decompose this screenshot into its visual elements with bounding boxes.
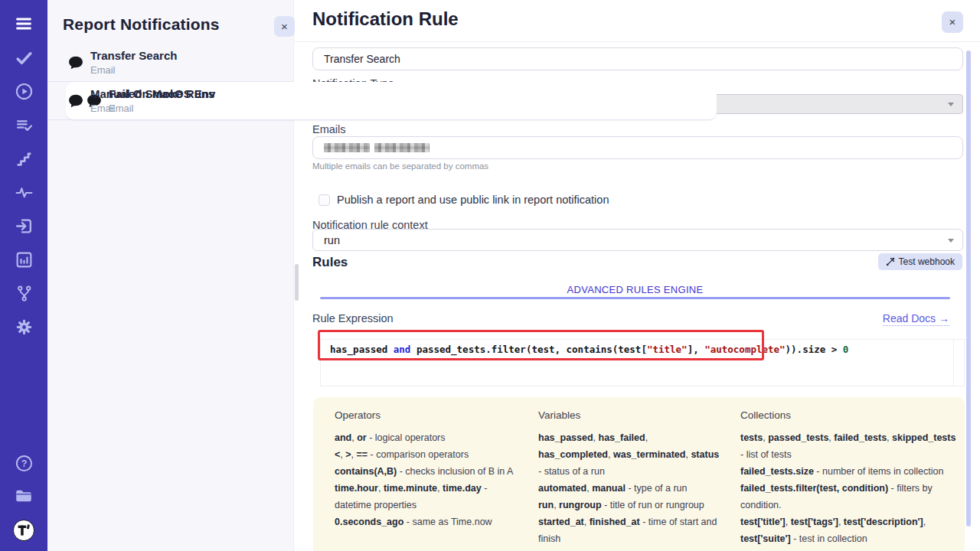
emails-hint: Multiple emails can be separated by comm… bbox=[312, 161, 488, 171]
app-root: ? Report Notifications × Transfer Search… bbox=[0, 0, 980, 551]
speech-bubble-icon bbox=[67, 93, 84, 109]
sidebar: ? bbox=[0, 0, 47, 551]
dialog-title: Notification Rule bbox=[312, 8, 459, 30]
branch-icon[interactable] bbox=[14, 283, 34, 303]
context-value: run bbox=[313, 234, 340, 246]
help-column-title: Operators bbox=[335, 409, 520, 421]
tab-advanced-rules-engine[interactable]: ADVANCED RULES ENGINE bbox=[567, 284, 704, 295]
code-token-str: "autocomplete" bbox=[704, 344, 785, 355]
help-line: time.hour, time.minute, time.day - datet… bbox=[335, 480, 520, 514]
help-column-title: Variables bbox=[538, 409, 722, 421]
speech-bubble-icon bbox=[67, 54, 84, 71]
steps-icon[interactable] bbox=[14, 148, 34, 168]
list-item[interactable]: Transfer Search Email bbox=[47, 44, 293, 82]
svg-text:?: ? bbox=[21, 458, 27, 468]
notification-type: Email bbox=[90, 64, 116, 76]
report-notifications-panel: Report Notifications × Transfer Search E… bbox=[47, 0, 293, 551]
tab-active-underline bbox=[320, 297, 950, 299]
help-line: tests, passed_tests, failed_tests, skipp… bbox=[740, 429, 961, 463]
help-icon[interactable]: ? bbox=[14, 453, 34, 473]
emails-redacted-value bbox=[374, 143, 430, 152]
rule-name-input[interactable]: Transfer Search bbox=[312, 47, 963, 70]
help-line: has_passed, has_failed, has_completed, w… bbox=[538, 429, 722, 480]
rule-expression-editor[interactable]: has_passed and passed_tests.filter(test,… bbox=[320, 339, 965, 386]
help-line: contains(A,B) - checks inclusion of B in… bbox=[335, 463, 520, 480]
code-token-plain: has_passed bbox=[330, 344, 394, 355]
help-column-operators: Operatorsand, or - logical operators<, >… bbox=[335, 409, 520, 551]
rules-heading: Rules bbox=[312, 255, 348, 270]
notification-title: Transfer Search bbox=[90, 49, 177, 62]
pulse-icon[interactable] bbox=[14, 182, 34, 202]
check-icon[interactable] bbox=[14, 47, 34, 67]
test-webhook-button[interactable]: Test webhook bbox=[878, 253, 962, 270]
sign-in-icon[interactable] bbox=[14, 216, 34, 236]
bar-chart-icon[interactable] bbox=[14, 249, 34, 269]
help-line: failed_tests.filter(test, condition) - f… bbox=[740, 480, 961, 514]
webhook-icon bbox=[886, 257, 895, 266]
help-line: and, or - logical operators bbox=[335, 429, 520, 446]
gear-icon[interactable] bbox=[14, 317, 34, 337]
help-column-collections: Collectionstests, passed_tests, failed_t… bbox=[740, 409, 961, 551]
test-webhook-label: Test webhook bbox=[899, 256, 955, 267]
read-docs-link[interactable]: Read Docs → bbox=[883, 312, 949, 326]
help-line: test['title'], test['tags'], test['descr… bbox=[740, 514, 961, 547]
publish-report-label: Publish a report and use public link in … bbox=[337, 194, 609, 206]
help-column-variables: Variableshas_passed, has_failed, has_com… bbox=[538, 409, 722, 551]
code-token-str: "title" bbox=[647, 344, 688, 355]
testomat-logo-icon[interactable] bbox=[12, 519, 35, 542]
help-column-title: Collections bbox=[740, 409, 961, 421]
emails-redacted-value bbox=[324, 143, 370, 152]
folder-icon[interactable] bbox=[14, 486, 34, 506]
play-circle-icon[interactable] bbox=[14, 81, 34, 101]
rule-expression-code: has_passed and passed_tests.filter(test,… bbox=[330, 344, 848, 355]
help-line: 0.seconds_ago - same as Time.now bbox=[335, 514, 520, 530]
rule-expression-label: Rule Expression bbox=[312, 312, 394, 324]
panel-close-button[interactable]: × bbox=[274, 16, 295, 37]
emails-label: Emails bbox=[312, 123, 346, 135]
chevron-down-icon bbox=[948, 103, 954, 106]
help-line: <, >, == - comparison operators bbox=[335, 446, 520, 463]
rules-tab-bar: ADVANCED RULES ENGINE bbox=[320, 282, 950, 296]
publish-report-checkbox[interactable] bbox=[318, 194, 330, 206]
code-token-plain: ], bbox=[688, 344, 705, 355]
dialog-header: Notification Rule × bbox=[294, 0, 980, 42]
editor-gutter-line bbox=[953, 340, 954, 386]
publish-report-checkbox-row[interactable]: Publish a report and use public link in … bbox=[318, 194, 609, 206]
emails-input[interactable] bbox=[312, 136, 963, 159]
help-line: failed_tests.size - number of items in c… bbox=[740, 463, 961, 480]
menu-icon[interactable] bbox=[14, 14, 34, 34]
help-line: started_at, finished_at - time of start … bbox=[538, 514, 722, 547]
dialog-scrollbar[interactable] bbox=[966, 51, 971, 527]
list-check-icon[interactable] bbox=[14, 115, 34, 135]
panel-scrollbar[interactable] bbox=[295, 264, 299, 301]
notification-type: Email bbox=[90, 103, 116, 114]
dialog-close-button[interactable]: × bbox=[942, 11, 963, 33]
code-token-plain: passed_tests.filter(test, contains(test[ bbox=[410, 344, 647, 355]
panel-title: Report Notifications bbox=[63, 15, 220, 34]
code-token-kw: and bbox=[394, 344, 411, 355]
rules-help-panel: Operatorsand, or - logical operators<, >… bbox=[313, 397, 965, 551]
code-token-num: 0 bbox=[843, 344, 849, 355]
code-token-plain: )).size > bbox=[786, 344, 843, 355]
notification-title: Manual On MacOS Env bbox=[90, 87, 215, 100]
help-line: automated, manual - type of a run bbox=[538, 480, 722, 497]
sidebar-bottom-icons: ? bbox=[12, 453, 35, 542]
list-item[interactable]: Manual On MacOS Env Email bbox=[47, 82, 293, 120]
sidebar-top-icons bbox=[14, 14, 34, 337]
chevron-down-icon bbox=[948, 239, 954, 243]
context-select[interactable]: run bbox=[312, 229, 963, 251]
notification-list: Transfer Search Email Failed Smoke Runs … bbox=[47, 44, 293, 120]
help-line: run, rungroup - title of run or rungroup bbox=[538, 497, 722, 514]
